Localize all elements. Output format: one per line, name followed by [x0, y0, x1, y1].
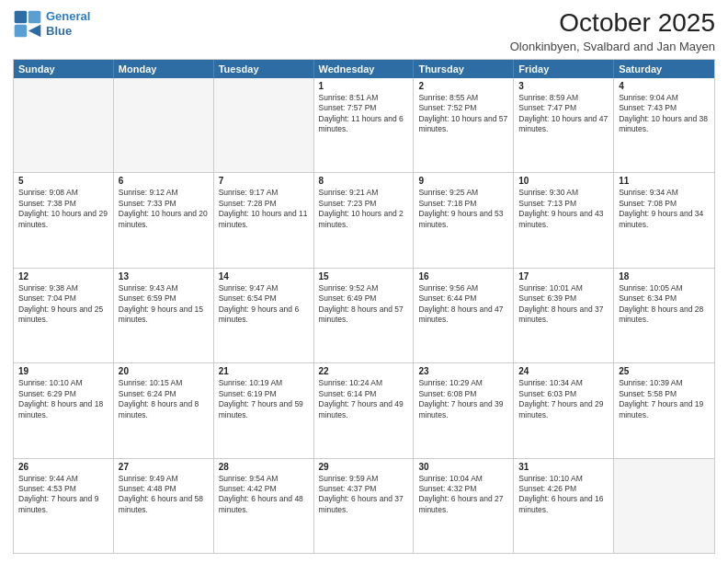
day-number: 5 [18, 176, 108, 186]
day-number: 26 [18, 462, 108, 472]
sunset-text: Sunset: 6:49 PM [319, 293, 409, 304]
sunrise-text: Sunrise: 10:10 AM [18, 378, 108, 388]
calendar-row-2: 5Sunrise: 9:08 AMSunset: 7:38 PMDaylight… [14, 172, 714, 267]
sunrise-text: Sunrise: 10:39 AM [619, 378, 710, 388]
empty-cell [214, 78, 314, 172]
day-cell-14: 14Sunrise: 9:47 AMSunset: 6:54 PMDayligh… [214, 269, 314, 362]
day-cell-30: 30Sunrise: 10:04 AMSunset: 4:32 PMDaylig… [414, 459, 514, 553]
daylight-text: Daylight: 7 hours and 29 minutes. [518, 399, 609, 420]
sunrise-text: Sunrise: 9:47 AM [219, 283, 309, 293]
sunset-text: Sunset: 7:43 PM [619, 103, 710, 113]
day-number: 20 [119, 366, 209, 376]
daylight-text: Daylight: 8 hours and 37 minutes. [518, 304, 609, 326]
sunrise-text: Sunrise: 9:21 AM [319, 188, 409, 198]
day-number: 30 [418, 462, 508, 472]
empty-cell [614, 459, 714, 553]
sunrise-text: Sunrise: 10:15 AM [119, 378, 209, 388]
day-number: 9 [418, 176, 508, 186]
day-cell-25: 25Sunrise: 10:39 AMSunset: 5:58 PMDaylig… [614, 363, 714, 457]
day-number: 3 [518, 81, 609, 91]
sunrise-text: Sunrise: 9:54 AM [219, 474, 309, 484]
day-number: 12 [18, 271, 108, 282]
sunrise-text: Sunrise: 9:30 AM [518, 188, 609, 198]
sunrise-text: Sunrise: 10:01 AM [518, 283, 609, 293]
sunset-text: Sunset: 7:18 PM [418, 199, 508, 209]
calendar-header: SundayMondayTuesdayWednesdayThursdayFrid… [14, 60, 714, 78]
day-cell-16: 16Sunrise: 9:56 AMSunset: 6:44 PMDayligh… [414, 269, 514, 362]
daylight-text: Daylight: 8 hours and 57 minutes. [319, 304, 409, 326]
day-number: 10 [518, 176, 609, 186]
day-header-saturday: Saturday [614, 60, 714, 78]
day-cell-26: 26Sunrise: 9:44 AMSunset: 4:53 PMDayligh… [14, 459, 114, 553]
sunset-text: Sunset: 4:53 PM [18, 484, 108, 494]
sunrise-text: Sunrise: 10:04 AM [418, 474, 508, 484]
day-number: 13 [119, 271, 209, 282]
sunrise-text: Sunrise: 9:04 AM [619, 93, 710, 103]
sunrise-text: Sunrise: 10:10 AM [518, 474, 609, 484]
daylight-text: Daylight: 9 hours and 15 minutes. [119, 304, 209, 326]
sunset-text: Sunset: 4:48 PM [119, 484, 209, 494]
daylight-text: Daylight: 8 hours and 8 minutes. [119, 399, 209, 420]
day-number: 11 [619, 176, 710, 186]
day-cell-13: 13Sunrise: 9:43 AMSunset: 6:59 PMDayligh… [114, 269, 214, 362]
empty-cell [14, 78, 114, 172]
day-cell-8: 8Sunrise: 9:21 AMSunset: 7:23 PMDaylight… [314, 173, 415, 267]
daylight-text: Daylight: 6 hours and 58 minutes. [119, 494, 209, 515]
sunrise-text: Sunrise: 10:19 AM [219, 378, 309, 388]
day-number: 27 [119, 462, 209, 472]
sunrise-text: Sunrise: 9:43 AM [119, 283, 209, 293]
day-cell-12: 12Sunrise: 9:38 AMSunset: 7:04 PMDayligh… [14, 269, 114, 362]
sunset-text: Sunset: 6:54 PM [219, 293, 309, 304]
day-cell-28: 28Sunrise: 9:54 AMSunset: 4:42 PMDayligh… [214, 459, 314, 553]
day-number: 15 [319, 271, 409, 282]
sunset-text: Sunset: 7:33 PM [119, 199, 209, 209]
logo-general: General [46, 9, 90, 23]
svg-marker-3 [28, 25, 40, 37]
sunrise-text: Sunrise: 9:52 AM [319, 283, 409, 293]
daylight-text: Daylight: 6 hours and 48 minutes. [219, 494, 309, 515]
day-cell-6: 6Sunrise: 9:12 AMSunset: 7:33 PMDaylight… [114, 173, 214, 267]
day-cell-4: 4Sunrise: 9:04 AMSunset: 7:43 PMDaylight… [614, 78, 714, 172]
calendar-row-4: 19Sunrise: 10:10 AMSunset: 6:29 PMDaylig… [14, 362, 714, 457]
daylight-text: Daylight: 6 hours and 37 minutes. [319, 494, 409, 515]
daylight-text: Daylight: 9 hours and 53 minutes. [418, 209, 508, 230]
daylight-text: Daylight: 10 hours and 2 minutes. [319, 209, 409, 230]
sunset-text: Sunset: 6:24 PM [119, 389, 209, 399]
sunset-text: Sunset: 6:19 PM [219, 389, 309, 399]
daylight-text: Daylight: 7 hours and 49 minutes. [319, 399, 409, 420]
day-header-sunday: Sunday [14, 60, 114, 78]
daylight-text: Daylight: 9 hours and 25 minutes. [18, 304, 108, 326]
sunset-text: Sunset: 6:03 PM [518, 389, 609, 399]
day-number: 24 [518, 366, 609, 376]
logo: General Blue [13, 9, 90, 39]
day-number: 18 [619, 271, 710, 282]
day-number: 16 [418, 271, 508, 282]
day-number: 7 [219, 176, 309, 186]
daylight-text: Daylight: 11 hours and 6 minutes. [319, 114, 409, 135]
sunrise-text: Sunrise: 8:59 AM [518, 93, 609, 103]
sunrise-text: Sunrise: 9:34 AM [619, 188, 710, 198]
day-header-wednesday: Wednesday [314, 60, 415, 78]
calendar-body: 1Sunrise: 8:51 AMSunset: 7:57 PMDaylight… [14, 78, 714, 553]
sunset-text: Sunset: 7:38 PM [18, 199, 108, 209]
day-cell-1: 1Sunrise: 8:51 AMSunset: 7:57 PMDaylight… [314, 78, 415, 172]
daylight-text: Daylight: 8 hours and 18 minutes. [18, 399, 108, 420]
day-number: 23 [418, 366, 508, 376]
day-number: 17 [518, 271, 609, 282]
day-cell-2: 2Sunrise: 8:55 AMSunset: 7:52 PMDaylight… [414, 78, 514, 172]
sunrise-text: Sunrise: 9:08 AM [18, 188, 108, 198]
page: General Blue October 2025 Olonkinbyen, S… [0, 0, 728, 563]
daylight-text: Daylight: 6 hours and 16 minutes. [518, 494, 609, 515]
day-header-monday: Monday [114, 60, 214, 78]
daylight-text: Daylight: 7 hours and 39 minutes. [418, 399, 508, 420]
empty-cell [114, 78, 214, 172]
day-number: 22 [319, 366, 409, 376]
daylight-text: Daylight: 6 hours and 27 minutes. [418, 494, 508, 515]
location-title: Olonkinbyen, Svalbard and Jan Mayen [510, 40, 715, 53]
sunrise-text: Sunrise: 9:49 AM [119, 474, 209, 484]
sunset-text: Sunset: 4:42 PM [219, 484, 309, 494]
sunset-text: Sunset: 7:23 PM [319, 199, 409, 209]
daylight-text: Daylight: 7 hours and 9 minutes. [18, 494, 108, 515]
day-number: 1 [319, 81, 409, 91]
sunset-text: Sunset: 7:57 PM [319, 103, 409, 113]
